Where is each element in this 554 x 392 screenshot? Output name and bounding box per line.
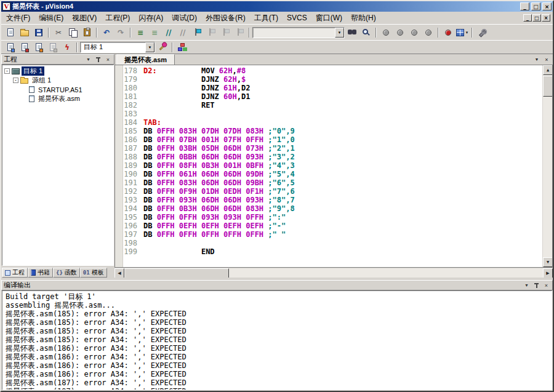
paste-icon[interactable] xyxy=(80,26,94,39)
tab-project[interactable]: 工程 xyxy=(2,268,28,278)
mdi-close-button[interactable]: × xyxy=(542,14,550,22)
combo-dropdown-icon[interactable]: ▼ xyxy=(335,28,344,38)
insert-breakpoint-icon[interactable] xyxy=(379,26,393,39)
tree-item[interactable]: 摇晃怀表.asm xyxy=(2,94,113,103)
tree-item[interactable]: -源组 1 xyxy=(2,76,113,85)
open-folder-icon[interactable] xyxy=(18,26,31,39)
menu-item[interactable]: SVCS xyxy=(283,12,311,23)
clear-bookmarks-icon[interactable] xyxy=(233,26,246,39)
output-line[interactable]: 摇晃怀表.asm(187): error A34: ',' EXPECTED xyxy=(6,378,548,387)
debug-icon[interactable] xyxy=(441,26,455,39)
find-combo[interactable]: ▼ xyxy=(252,27,345,38)
menu-item[interactable]: 文件(F) xyxy=(2,12,34,25)
cut-icon[interactable]: ✂ xyxy=(52,26,65,39)
build-icon[interactable] xyxy=(18,42,31,53)
menu-item[interactable]: 外围设备(R) xyxy=(201,12,250,25)
build-output-content[interactable]: Build target '目标 1'assembling 摇晃怀表.asm..… xyxy=(2,290,552,390)
tab-templates[interactable]: 01模板 xyxy=(80,268,107,278)
code-line: 191DB 0FFH 083H 06DH 06DH 09BH ;"6",5 xyxy=(115,178,542,187)
output-close-icon[interactable]: × xyxy=(542,282,550,289)
vertical-scroll-thumb[interactable] xyxy=(543,76,553,97)
minimize-button[interactable]: _ xyxy=(520,2,529,10)
translate-file-icon[interactable] xyxy=(4,42,17,53)
scroll-left-icon[interactable]: ◀ xyxy=(114,268,124,278)
rebuild-all-icon[interactable] xyxy=(32,42,46,53)
batch-build-icon[interactable] xyxy=(46,42,60,53)
output-line[interactable]: 摇晃怀表.asm(185): error A34: ',' EXPECTED xyxy=(6,327,548,335)
scroll-right-icon[interactable]: ▶ xyxy=(543,268,553,278)
configure-icon[interactable] xyxy=(475,26,489,39)
tab-close-icon[interactable]: × xyxy=(542,55,551,63)
indent-icon[interactable]: ≡ xyxy=(134,26,147,39)
search-icon[interactable] xyxy=(359,26,373,39)
output-line[interactable]: 摇晃怀表.asm(186): error A34: ',' EXPECTED xyxy=(6,370,548,378)
copy-icon[interactable] xyxy=(66,26,79,39)
output-line[interactable]: assembling 摇晃怀表.asm... xyxy=(6,301,548,310)
uncomment-icon[interactable]: // xyxy=(176,26,190,39)
options-for-target-icon[interactable] xyxy=(156,42,169,53)
scroll-up-icon[interactable]: ▲ xyxy=(543,65,553,75)
tree-expander-icon[interactable]: - xyxy=(4,68,10,74)
mdi-minimize-button[interactable]: _ xyxy=(523,14,532,22)
mdi-restore-button[interactable]: □ xyxy=(532,14,541,22)
panel-menu-icon[interactable]: ▼ xyxy=(84,56,92,63)
outdent-icon[interactable]: ≡ xyxy=(148,26,161,39)
menu-item[interactable]: 编辑(E) xyxy=(34,12,68,25)
find-input[interactable] xyxy=(254,28,335,37)
tab-list-icon[interactable]: ▼ xyxy=(532,55,541,63)
close-button[interactable]: × xyxy=(542,2,552,10)
vertical-scrollbar[interactable]: ▲ ▼ xyxy=(542,65,552,267)
output-line[interactable]: 摇晃怀表.asm(187): error A34: ',' EXPECTED xyxy=(6,387,548,390)
disable-all-breakpoints-icon[interactable] xyxy=(407,26,421,39)
tab-functions[interactable]: {}函数 xyxy=(53,268,80,278)
menu-item[interactable]: 调试(D) xyxy=(167,12,201,25)
next-bookmark-icon[interactable] xyxy=(219,26,232,39)
menu-item[interactable]: 工具(T) xyxy=(250,12,283,25)
menu-item[interactable]: 帮助(H) xyxy=(347,12,380,25)
combo-dropdown-icon[interactable]: ▼ xyxy=(145,42,155,52)
project-tree[interactable]: -目标 1-源组 1STARTUP.A51摇晃怀表.asm xyxy=(2,65,114,266)
menu-item[interactable]: 闪存(A) xyxy=(134,12,167,25)
scroll-down-icon[interactable]: ▼ xyxy=(543,257,553,267)
redo-icon[interactable]: ↷ xyxy=(114,26,127,39)
editor-tab[interactable]: 摇晃怀表.asm xyxy=(116,54,175,65)
undo-icon[interactable]: ↶ xyxy=(100,26,113,39)
tab-books[interactable]: 书籍 xyxy=(28,268,53,278)
horizontal-scrollbar[interactable]: ◀ ▶ xyxy=(114,268,553,278)
menu-item[interactable]: 窗口(W) xyxy=(311,12,347,25)
view-windows-icon[interactable]: ▼ xyxy=(456,26,469,39)
bookmark-icon[interactable] xyxy=(190,26,204,39)
output-line[interactable]: Build target '目标 1' xyxy=(6,292,548,301)
output-line[interactable]: 摇晃怀表.asm(186): error A34: ',' EXPECTED xyxy=(6,344,548,353)
menu-item[interactable]: 工程(P) xyxy=(101,12,134,25)
output-line[interactable]: 摇晃怀表.asm(186): error A34: ',' EXPECTED xyxy=(6,353,548,361)
output-line[interactable]: 摇晃怀表.asm(186): error A34: ',' EXPECTED xyxy=(6,361,548,370)
output-line[interactable]: 摇晃怀表.asm(185): error A34: ',' EXPECTED xyxy=(6,310,548,318)
line-number: 193 xyxy=(115,196,143,204)
code-area[interactable]: 178D2: MOV 62H,#8179 DJNZ 62H,$180 DJNZ … xyxy=(114,65,553,268)
new-file-icon[interactable] xyxy=(4,26,17,39)
download-icon[interactable]: ϟ xyxy=(60,42,74,53)
pin-icon[interactable] xyxy=(94,56,102,63)
disable-breakpoint-icon[interactable] xyxy=(393,26,407,39)
output-line[interactable]: 摇晃怀表.asm(185): error A34: ',' EXPECTED xyxy=(6,335,548,344)
output-line[interactable]: 摇晃怀表.asm(185): error A34: ',' EXPECTED xyxy=(6,318,548,327)
save-icon[interactable] xyxy=(32,26,46,39)
target-combo[interactable]: 目标 1▼ xyxy=(80,42,155,53)
horizontal-scroll-track[interactable] xyxy=(229,268,543,278)
menu-item[interactable]: 视图(V) xyxy=(68,12,101,25)
panel-close-icon[interactable]: × xyxy=(104,56,112,63)
comment-icon[interactable]: // xyxy=(162,26,175,39)
restore-button[interactable]: □ xyxy=(531,2,540,10)
output-menu-icon[interactable]: ▼ xyxy=(523,282,531,289)
tree-expander-icon[interactable]: - xyxy=(13,78,18,83)
manage-project-items-icon[interactable] xyxy=(175,42,189,53)
kill-all-breakpoints-icon[interactable] xyxy=(422,26,435,39)
code-line: 198 xyxy=(115,239,542,247)
tree-item[interactable]: -目标 1 xyxy=(2,66,113,76)
prev-bookmark-icon[interactable] xyxy=(204,26,218,39)
output-pin-icon[interactable] xyxy=(532,282,540,289)
horizontal-scroll-thumb[interactable] xyxy=(124,268,229,278)
tree-item[interactable]: STARTUP.A51 xyxy=(2,85,113,94)
find-in-files-icon[interactable] xyxy=(345,26,359,39)
